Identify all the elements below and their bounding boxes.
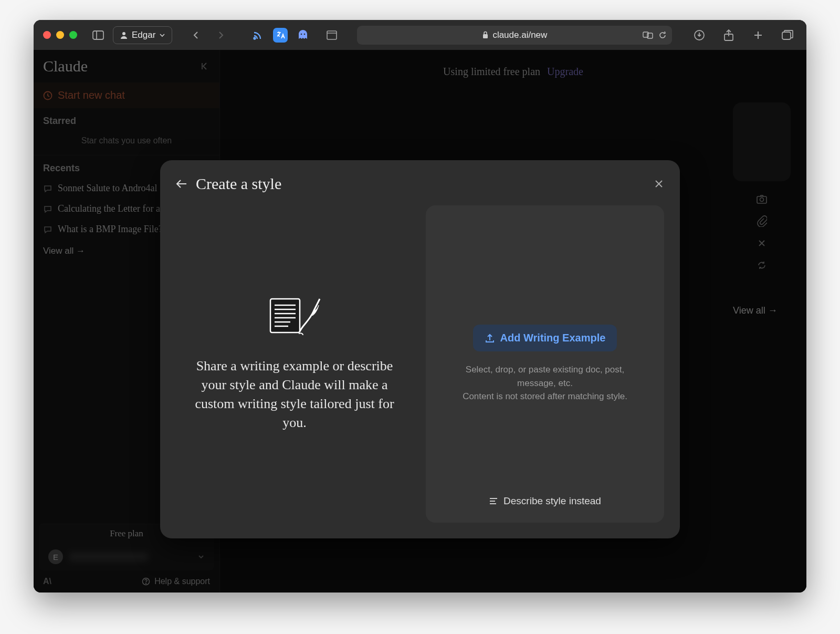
nav-forward-button[interactable] (211, 26, 230, 44)
helper-line-2: Content is not stored after matching sty… (445, 390, 645, 403)
ghostery-extension-icon[interactable] (296, 28, 310, 42)
downloads-button[interactable] (690, 26, 709, 44)
reload-icon[interactable] (658, 31, 667, 39)
lock-icon (482, 31, 489, 39)
writing-illustration-icon (267, 296, 322, 338)
svg-point-4 (301, 33, 302, 35)
add-button-label: Add Writing Example (500, 332, 606, 344)
chevron-down-icon (159, 32, 165, 38)
svg-rect-8 (483, 34, 488, 38)
nav-back-button[interactable] (187, 26, 206, 44)
text-align-icon (489, 497, 498, 505)
browser-window: Edgar claude.ai/new (34, 20, 806, 593)
window-close-button[interactable] (43, 31, 51, 39)
new-tab-button[interactable] (749, 26, 768, 44)
svg-point-2 (122, 32, 125, 35)
tab-overview-button[interactable] (778, 26, 797, 44)
svg-point-5 (304, 33, 306, 35)
dropzone-helper-text: Select, drop, or paste existing doc, pos… (445, 363, 645, 403)
translate-extension-icon[interactable] (273, 28, 288, 43)
svg-rect-6 (327, 31, 337, 39)
modal-dropzone[interactable]: Add Writing Example Select, drop, or pas… (426, 205, 664, 523)
window-maximize-button[interactable] (69, 31, 77, 39)
rss-extension-icon[interactable] (251, 28, 265, 42)
window-controls (43, 31, 77, 39)
share-button[interactable] (719, 26, 738, 44)
user-profile-pill[interactable]: Edgar (113, 26, 172, 44)
modal-title: Create a style (196, 175, 281, 193)
window-minimize-button[interactable] (56, 31, 64, 39)
describe-style-link[interactable]: Describe style instead (489, 495, 601, 507)
svg-rect-13 (782, 32, 791, 39)
user-name: Edgar (132, 30, 155, 40)
create-style-modal: Create a style (160, 160, 680, 538)
extensions-area (251, 28, 310, 43)
app-body: Claude Start new chat Starred Star chats… (34, 50, 806, 593)
modal-back-button[interactable] (176, 179, 187, 189)
helper-line-1: Select, drop, or paste existing doc, pos… (445, 363, 645, 390)
svg-rect-19 (270, 299, 300, 332)
add-writing-example-button[interactable]: Add Writing Example (473, 325, 617, 351)
upload-icon (485, 333, 495, 344)
svg-rect-0 (93, 31, 103, 39)
reader-mode-button[interactable] (322, 26, 341, 44)
sidebar-toggle-button[interactable] (89, 26, 108, 44)
svg-point-3 (254, 37, 256, 39)
modal-description: Share a writing example or describe your… (192, 357, 397, 432)
modal-close-button[interactable] (654, 179, 664, 189)
modal-left-panel: Share a writing example or describe your… (176, 205, 413, 523)
translate-icon[interactable] (643, 30, 653, 40)
browser-titlebar: Edgar claude.ai/new (34, 20, 806, 50)
modal-overlay[interactable]: Create a style (34, 50, 806, 593)
describe-link-label: Describe style instead (503, 495, 601, 507)
url-text: claude.ai/new (492, 30, 547, 40)
address-bar[interactable]: claude.ai/new (357, 26, 672, 45)
